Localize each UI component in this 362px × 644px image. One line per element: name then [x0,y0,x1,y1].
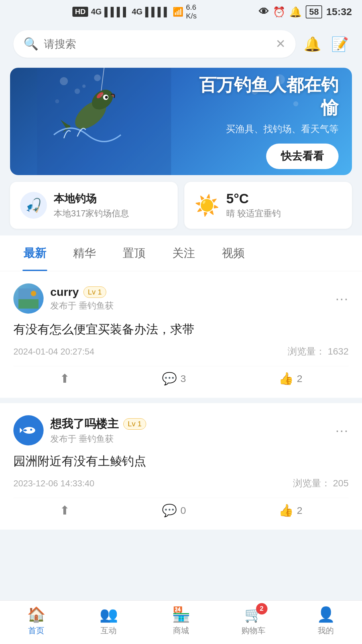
svg-point-3 [55,99,59,103]
tab-featured[interactable]: 精华 [60,235,109,271]
user-info: 想我了吗楼主 Lv 1 发布于 垂钓鱼获 [50,416,146,445]
nav-cart-label: 购物车 [241,625,265,636]
tab-latest[interactable]: 最新 [10,235,60,271]
search-input-wrapper[interactable]: 🔍 ✕ [13,30,296,58]
cart-badge-wrapper: 🛒 2 [244,606,263,623]
more-options-button[interactable]: ··· [336,423,349,438]
weather-card[interactable]: ☀️ 5°C 晴 较适宜垂钓 [184,182,352,229]
search-input[interactable] [44,38,270,50]
like-button[interactable]: 👍 2 [279,372,303,386]
svg-point-2 [75,89,80,94]
like-icon: 👍 [279,503,294,518]
sun-icon: ☀️ [194,194,220,217]
fishing-icon: 🎣 [20,192,47,219]
like-icon: 👍 [279,372,294,386]
mine-icon: 👤 [317,606,335,623]
banner-button[interactable]: 快去看看 [266,144,339,169]
posts-list: curry Lv 1 发布于 垂钓鱼获 ··· 有没有怎么便宜买装备办法，求带 … [0,271,362,530]
bell-icon: 🔔 [289,6,302,18]
username: curry [50,285,79,299]
status-left: HD 4G ▌▌▌▌ 4G ▌▌▌▌ 📶 6.6K/s [10,3,259,20]
comment-count: 3 [180,373,186,384]
svg-point-1 [60,77,68,85]
post-user: curry Lv 1 发布于 垂钓鱼获 [13,283,114,314]
post-category: 发布于 垂钓鱼获 [50,300,114,312]
username: 想我了吗楼主 [50,416,119,432]
interact-icon: 👥 [100,606,118,623]
banner-title: 百万钓鱼人都在钓愉 [194,74,339,119]
comment-count: 0 [180,505,186,516]
info-cards: 🎣 本地钓场 本地317家钓场信息 ☀️ 5°C 晴 较适宜垂钓 [10,182,352,229]
nav-mine-label: 我的 [318,625,334,636]
tab-following[interactable]: 关注 [159,235,208,271]
post-actions: ⬆ 💬 3 👍 2 [13,366,349,386]
battery-indicator: 58 [306,5,322,18]
post-card: 想我了吗楼主 Lv 1 发布于 垂钓鱼获 ··· 园洲附近有没有土鲮钓点 202… [0,403,362,530]
search-bar: 🔍 ✕ 🔔 📝 [0,23,362,64]
share-icon: ⬆ [60,503,70,518]
edit-icon[interactable]: 📝 [331,36,349,52]
post-header: curry Lv 1 发布于 垂钓鱼获 ··· [13,283,349,314]
banner: 百万钓鱼人都在钓愉 买渔具、找钓场、看天气等 快去看看 [10,68,352,175]
share-button[interactable]: ⬆ [60,503,70,518]
banner-subtitle: 买渔具、找钓场、看天气等 [226,123,339,136]
nav-home[interactable]: 🏠 首页 [0,602,72,636]
share-button[interactable]: ⬆ [60,372,70,386]
svg-point-5 [82,85,86,88]
tab-video[interactable]: 视频 [208,235,258,271]
post-date: 2023-12-06 14:33:40 [13,478,94,489]
level-badge: Lv 1 [123,418,146,430]
svg-point-10 [105,96,108,99]
tab-pinned[interactable]: 置顶 [109,235,159,271]
level-badge: Lv 1 [83,286,106,298]
avatar[interactable] [13,283,44,314]
search-actions: 🔔 📝 [304,36,349,52]
like-button[interactable]: 👍 2 [279,503,303,518]
shop-icon: 🏪 [172,606,190,623]
nav-cart[interactable]: 🛒 2 购物车 [217,602,290,636]
post-content: 有没有怎么便宜买装备办法，求带 [13,320,349,338]
status-right: 👁 ⏰ 🔔 58 15:32 [259,5,352,18]
local-fishing-subtitle: 本地317家钓场信息 [54,208,129,219]
avatar[interactable] [13,415,44,445]
signal-bars-2: ▌▌▌▌ [145,7,170,17]
search-icon: 🔍 [23,37,39,51]
notification-icon[interactable]: 🔔 [304,36,321,52]
local-fishing-card[interactable]: 🎣 本地钓场 本地317家钓场信息 [10,182,178,229]
nav-mine[interactable]: 👤 我的 [290,602,362,636]
network-4g-2: 4G [132,7,142,16]
post-actions: ⬆ 💬 0 👍 2 [13,498,349,518]
comment-icon: 💬 [162,372,177,386]
banner-text: 百万钓鱼人都在钓愉 买渔具、找钓场、看天气等 快去看看 [181,68,352,175]
clear-icon[interactable]: ✕ [276,37,286,51]
alarm-icon: ⏰ [273,6,285,18]
comment-button[interactable]: 💬 0 [162,503,186,518]
post-views: 浏览量： 1632 [288,345,349,358]
comment-icon: 💬 [162,503,177,518]
nav-shop[interactable]: 🏪 商城 [145,602,217,636]
nav-shop-label: 商城 [173,625,189,636]
post-views: 浏览量： 205 [293,477,349,490]
like-count: 2 [297,373,303,384]
svg-point-4 [94,74,101,81]
banner-fish-image [10,68,198,175]
nav-interact-label: 互动 [101,625,117,636]
nav-home-label: 首页 [28,625,44,636]
share-icon: ⬆ [60,372,70,386]
svg-point-16 [31,291,36,296]
signal-bars: ▌▌▌▌ [104,7,129,17]
post-header: 想我了吗楼主 Lv 1 发布于 垂钓鱼获 ··· [13,415,349,445]
status-bar: HD 4G ▌▌▌▌ 4G ▌▌▌▌ 📶 6.6K/s 👁 ⏰ 🔔 58 15:… [0,0,362,23]
nav-interact[interactable]: 👥 互动 [72,602,145,636]
network-4g: 4G [91,7,102,16]
more-options-button[interactable]: ··· [336,291,349,306]
post-user: 想我了吗楼主 Lv 1 发布于 垂钓鱼获 [13,415,146,445]
weather-temperature: 5°C [226,191,281,206]
home-icon: 🏠 [27,606,46,623]
eye-icon: 👁 [259,6,269,17]
comment-button[interactable]: 💬 3 [162,372,186,386]
weather-description: 晴 较适宜垂钓 [226,208,281,219]
hd-indicator: HD [72,7,88,17]
user-info: curry Lv 1 发布于 垂钓鱼获 [50,285,114,312]
local-fishing-title: 本地钓场 [54,192,129,206]
